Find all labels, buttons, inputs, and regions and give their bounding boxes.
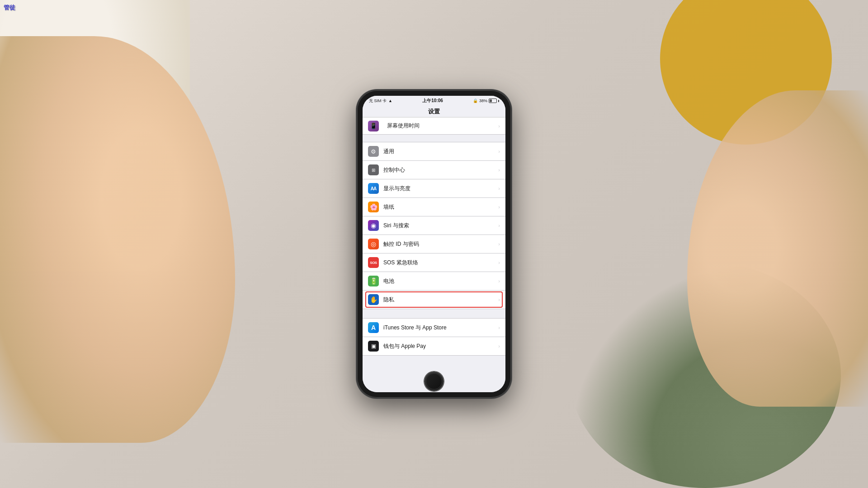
settings-list: 📱 屏幕使用时间 › ⚙ 通用 › ⊞ 控制中心 <box>363 117 505 392</box>
wallet-icon: ▣ <box>368 341 379 352</box>
home-button-inner <box>426 373 442 389</box>
display-icon: AA <box>368 183 379 194</box>
nav-bar: 设置 <box>363 106 505 117</box>
general-row[interactable]: ⚙ 通用 › <box>363 142 505 161</box>
siri-row[interactable]: ◉ Siri 与搜索 › <box>363 216 505 235</box>
battery-chevron: › <box>498 278 500 284</box>
privacy-row[interactable]: ✋ 隐私 › <box>363 291 505 309</box>
wallet-chevron: › <box>498 343 500 349</box>
screen-time-left: 📱 屏幕使用时间 <box>368 121 420 131</box>
screen: 无 SIM 卡 ▲ 上午10:06 🔒 38% 设置 <box>363 96 505 392</box>
status-left: 无 SIM 卡 ▲ <box>369 98 392 104</box>
home-button[interactable] <box>424 371 444 391</box>
status-time: 上午10:06 <box>422 98 443 104</box>
battery-label: 电池 <box>383 277 498 285</box>
touch-id-icon: ◎ <box>368 239 379 249</box>
sos-row[interactable]: SOS SOS 紧急联络 › <box>363 253 505 272</box>
settings-section-1: ⚙ 通用 › ⊞ 控制中心 › AA 显示与亮度 › <box>363 142 505 309</box>
control-center-label: 控制中心 <box>383 166 498 174</box>
sos-icon: SOS <box>368 257 379 268</box>
general-chevron: › <box>498 149 500 154</box>
wifi-icon: ▲ <box>388 99 392 103</box>
no-sim-label: 无 SIM 卡 <box>369 98 387 104</box>
control-center-row[interactable]: ⊞ 控制中心 › <box>363 161 505 179</box>
screen-time-row[interactable]: 📱 屏幕使用时间 › <box>363 117 505 135</box>
wallet-row[interactable]: ▣ 钱包与 Apple Pay › <box>363 337 505 355</box>
battery-percent: 38% <box>479 99 487 103</box>
lock-icon: 🔒 <box>473 99 478 103</box>
siri-icon: ◉ <box>368 220 379 231</box>
privacy-chevron: › <box>498 297 500 302</box>
touch-id-chevron: › <box>498 241 500 247</box>
wallpaper-row[interactable]: 🌸 墙纸 › <box>363 198 505 216</box>
iphone-device: 无 SIM 卡 ▲ 上午10:06 🔒 38% 设置 <box>357 90 511 398</box>
itunes-row[interactable]: A iTunes Store 与 App Store › <box>363 319 505 337</box>
display-row[interactable]: AA 显示与亮度 › <box>363 179 505 198</box>
sos-label: SOS 紧急联络 <box>383 259 498 267</box>
touch-id-label: 触控 ID 与密码 <box>383 240 498 248</box>
display-chevron: › <box>498 186 500 191</box>
control-center-chevron: › <box>498 167 500 173</box>
watermark: 管徒 <box>4 4 15 12</box>
screen-time-chevron: › <box>498 123 500 129</box>
section-gap-2 <box>363 309 505 318</box>
privacy-icon: ✋ <box>368 294 379 305</box>
page-title: 设置 <box>428 108 440 116</box>
itunes-label: iTunes Store 与 App Store <box>383 324 498 332</box>
section-gap-1 <box>363 135 505 142</box>
status-bar: 无 SIM 卡 ▲ 上午10:06 🔒 38% <box>363 96 505 106</box>
wallpaper-label: 墙纸 <box>383 203 498 211</box>
siri-chevron: › <box>498 223 500 228</box>
sos-chevron: › <box>498 260 500 265</box>
wallpaper-icon: 🌸 <box>368 202 379 212</box>
battery-icon <box>489 99 497 103</box>
itunes-chevron: › <box>498 325 500 330</box>
itunes-icon: A <box>368 322 379 333</box>
wallpaper-chevron: › <box>498 204 500 210</box>
battery-row[interactable]: 🔋 电池 › <box>363 272 505 291</box>
privacy-label: 隐私 <box>383 296 498 304</box>
battery-tip <box>498 100 499 102</box>
siri-label: Siri 与搜索 <box>383 222 498 230</box>
wallet-label: 钱包与 Apple Pay <box>383 343 498 350</box>
general-icon: ⚙ <box>368 146 379 157</box>
touch-id-row[interactable]: ◎ 触控 ID 与密码 › <box>363 235 505 253</box>
screen-time-icon: 📱 <box>368 121 379 131</box>
control-center-icon: ⊞ <box>368 164 379 175</box>
status-right: 🔒 38% <box>473 99 499 103</box>
battery-row-icon: 🔋 <box>368 276 379 286</box>
display-label: 显示与亮度 <box>383 185 498 192</box>
settings-section-2: A iTunes Store 与 App Store › ▣ 钱包与 Apple… <box>363 318 505 356</box>
general-label: 通用 <box>383 148 498 155</box>
screen-time-label: 屏幕使用时间 <box>387 122 420 130</box>
